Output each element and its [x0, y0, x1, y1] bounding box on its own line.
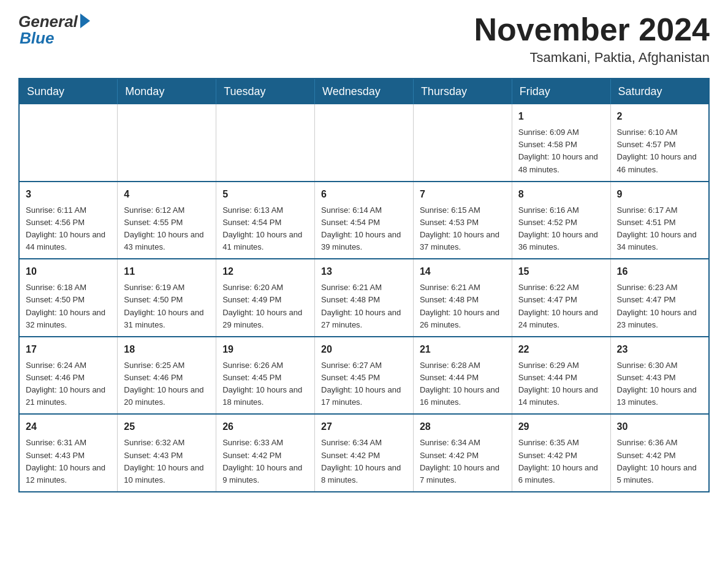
weekday-header-wednesday: Wednesday	[315, 79, 414, 104]
day-number: 30	[617, 419, 702, 434]
calendar-cell: 16Sunrise: 6:23 AM Sunset: 4:47 PM Dayli…	[610, 259, 709, 337]
week-row-1: 1Sunrise: 6:09 AM Sunset: 4:58 PM Daylig…	[19, 104, 709, 182]
calendar-cell	[315, 104, 414, 182]
page-header: General Blue November 2024 Tsamkani, Pak…	[18, 12, 710, 66]
day-number: 3	[26, 187, 111, 202]
day-info: Sunrise: 6:28 AM Sunset: 4:44 PM Dayligh…	[420, 359, 506, 409]
day-number: 5	[222, 187, 308, 202]
day-number: 6	[321, 187, 407, 202]
day-info: Sunrise: 6:09 AM Sunset: 4:58 PM Dayligh…	[518, 126, 604, 176]
day-number: 4	[124, 187, 210, 202]
week-row-3: 10Sunrise: 6:18 AM Sunset: 4:50 PM Dayli…	[19, 259, 709, 337]
week-row-4: 17Sunrise: 6:24 AM Sunset: 4:46 PM Dayli…	[19, 337, 709, 415]
day-info: Sunrise: 6:22 AM Sunset: 4:47 PM Dayligh…	[518, 282, 604, 331]
day-info: Sunrise: 6:19 AM Sunset: 4:50 PM Dayligh…	[124, 282, 210, 331]
day-number: 10	[26, 264, 111, 279]
day-number: 20	[321, 342, 407, 357]
day-info: Sunrise: 6:25 AM Sunset: 4:46 PM Dayligh…	[124, 359, 210, 409]
day-info: Sunrise: 6:10 AM Sunset: 4:57 PM Dayligh…	[617, 126, 702, 176]
day-number: 11	[124, 264, 210, 279]
weekday-header-monday: Monday	[118, 79, 216, 104]
day-number: 16	[617, 264, 702, 279]
calendar-cell: 27Sunrise: 6:34 AM Sunset: 4:42 PM Dayli…	[315, 414, 414, 492]
calendar-cell: 7Sunrise: 6:15 AM Sunset: 4:53 PM Daylig…	[413, 182, 512, 259]
day-number: 17	[26, 342, 111, 357]
calendar-cell: 5Sunrise: 6:13 AM Sunset: 4:54 PM Daylig…	[216, 182, 315, 259]
calendar-cell: 4Sunrise: 6:12 AM Sunset: 4:55 PM Daylig…	[118, 182, 216, 259]
calendar-cell: 14Sunrise: 6:21 AM Sunset: 4:48 PM Dayli…	[413, 259, 512, 337]
calendar-cell	[413, 104, 512, 182]
day-info: Sunrise: 6:13 AM Sunset: 4:54 PM Dayligh…	[222, 204, 308, 254]
day-info: Sunrise: 6:31 AM Sunset: 4:43 PM Dayligh…	[26, 437, 111, 486]
day-number: 26	[222, 419, 308, 434]
calendar-cell: 30Sunrise: 6:36 AM Sunset: 4:42 PM Dayli…	[610, 414, 709, 492]
day-number: 25	[124, 419, 210, 434]
calendar-cell: 15Sunrise: 6:22 AM Sunset: 4:47 PM Dayli…	[512, 259, 610, 337]
day-info: Sunrise: 6:27 AM Sunset: 4:45 PM Dayligh…	[321, 359, 407, 409]
day-info: Sunrise: 6:32 AM Sunset: 4:43 PM Dayligh…	[124, 437, 210, 486]
day-number: 12	[222, 264, 308, 279]
day-info: Sunrise: 6:23 AM Sunset: 4:47 PM Dayligh…	[617, 282, 702, 331]
week-row-5: 24Sunrise: 6:31 AM Sunset: 4:43 PM Dayli…	[19, 414, 709, 492]
calendar-cell: 12Sunrise: 6:20 AM Sunset: 4:49 PM Dayli…	[216, 259, 315, 337]
calendar-cell: 13Sunrise: 6:21 AM Sunset: 4:48 PM Dayli…	[315, 259, 414, 337]
day-number: 29	[518, 419, 604, 434]
day-info: Sunrise: 6:34 AM Sunset: 4:42 PM Dayligh…	[321, 437, 407, 486]
day-number: 24	[26, 419, 111, 434]
day-info: Sunrise: 6:17 AM Sunset: 4:51 PM Dayligh…	[617, 204, 702, 254]
day-number: 7	[420, 187, 506, 202]
day-number: 8	[518, 187, 604, 202]
calendar-cell	[216, 104, 315, 182]
calendar-cell: 26Sunrise: 6:33 AM Sunset: 4:42 PM Dayli…	[216, 414, 315, 492]
month-title: November 2024	[474, 12, 710, 47]
location-title: Tsamkani, Paktia, Afghanistan	[474, 50, 710, 66]
day-number: 2	[617, 109, 702, 124]
logo-blue-text: Blue	[18, 29, 54, 48]
calendar-cell: 21Sunrise: 6:28 AM Sunset: 4:44 PM Dayli…	[413, 337, 512, 415]
calendar-cell: 11Sunrise: 6:19 AM Sunset: 4:50 PM Dayli…	[118, 259, 216, 337]
day-info: Sunrise: 6:11 AM Sunset: 4:56 PM Dayligh…	[26, 204, 111, 254]
day-info: Sunrise: 6:26 AM Sunset: 4:45 PM Dayligh…	[222, 359, 308, 409]
calendar-table: SundayMondayTuesdayWednesdayThursdayFrid…	[18, 78, 710, 492]
weekday-header-sunday: Sunday	[19, 79, 118, 104]
day-number: 14	[420, 264, 506, 279]
day-info: Sunrise: 6:24 AM Sunset: 4:46 PM Dayligh…	[26, 359, 111, 409]
calendar-cell: 29Sunrise: 6:35 AM Sunset: 4:42 PM Dayli…	[512, 414, 610, 492]
calendar-cell: 1Sunrise: 6:09 AM Sunset: 4:58 PM Daylig…	[512, 104, 610, 182]
day-info: Sunrise: 6:16 AM Sunset: 4:52 PM Dayligh…	[518, 204, 604, 254]
day-number: 18	[124, 342, 210, 357]
calendar-cell: 23Sunrise: 6:30 AM Sunset: 4:43 PM Dayli…	[610, 337, 709, 415]
day-info: Sunrise: 6:14 AM Sunset: 4:54 PM Dayligh…	[321, 204, 407, 254]
day-number: 1	[518, 109, 604, 124]
day-number: 19	[222, 342, 308, 357]
weekday-header-row: SundayMondayTuesdayWednesdayThursdayFrid…	[19, 79, 709, 104]
day-number: 28	[420, 419, 506, 434]
day-info: Sunrise: 6:35 AM Sunset: 4:42 PM Dayligh…	[518, 437, 604, 486]
day-info: Sunrise: 6:18 AM Sunset: 4:50 PM Dayligh…	[26, 282, 111, 331]
weekday-header-friday: Friday	[512, 79, 610, 104]
day-info: Sunrise: 6:30 AM Sunset: 4:43 PM Dayligh…	[617, 359, 702, 409]
calendar-cell: 28Sunrise: 6:34 AM Sunset: 4:42 PM Dayli…	[413, 414, 512, 492]
day-info: Sunrise: 6:15 AM Sunset: 4:53 PM Dayligh…	[420, 204, 506, 254]
calendar-cell: 8Sunrise: 6:16 AM Sunset: 4:52 PM Daylig…	[512, 182, 610, 259]
day-number: 22	[518, 342, 604, 357]
day-info: Sunrise: 6:21 AM Sunset: 4:48 PM Dayligh…	[321, 282, 407, 331]
day-number: 21	[420, 342, 506, 357]
calendar-cell: 10Sunrise: 6:18 AM Sunset: 4:50 PM Dayli…	[19, 259, 118, 337]
calendar-cell: 6Sunrise: 6:14 AM Sunset: 4:54 PM Daylig…	[315, 182, 414, 259]
calendar-cell: 18Sunrise: 6:25 AM Sunset: 4:46 PM Dayli…	[118, 337, 216, 415]
day-number: 15	[518, 264, 604, 279]
day-info: Sunrise: 6:12 AM Sunset: 4:55 PM Dayligh…	[124, 204, 210, 254]
day-number: 13	[321, 264, 407, 279]
weekday-header-thursday: Thursday	[413, 79, 512, 104]
calendar-cell: 24Sunrise: 6:31 AM Sunset: 4:43 PM Dayli…	[19, 414, 118, 492]
calendar-cell: 2Sunrise: 6:10 AM Sunset: 4:57 PM Daylig…	[610, 104, 709, 182]
day-number: 23	[617, 342, 702, 357]
calendar-cell	[118, 104, 216, 182]
weekday-header-saturday: Saturday	[610, 79, 709, 104]
day-info: Sunrise: 6:29 AM Sunset: 4:44 PM Dayligh…	[518, 359, 604, 409]
calendar-cell: 3Sunrise: 6:11 AM Sunset: 4:56 PM Daylig…	[19, 182, 118, 259]
title-block: November 2024 Tsamkani, Paktia, Afghanis…	[474, 12, 710, 66]
calendar-cell: 17Sunrise: 6:24 AM Sunset: 4:46 PM Dayli…	[19, 337, 118, 415]
logo: General Blue	[18, 12, 90, 48]
